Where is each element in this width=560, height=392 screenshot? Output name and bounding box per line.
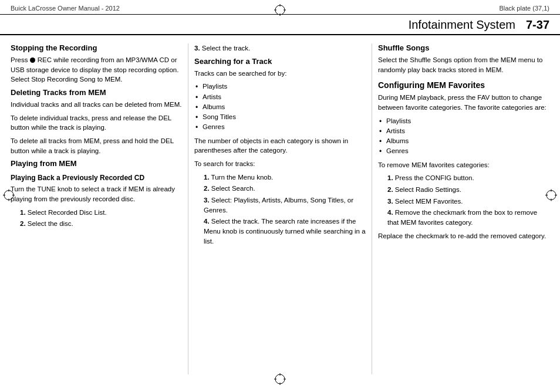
col3-bullet-playlists: Playlists (378, 116, 549, 126)
col2-steps: 1. Turn the Menu knob. 2. Select Search.… (194, 173, 366, 246)
page-number: 7-37 (526, 18, 549, 32)
col2-bullet-albums: Albums (194, 102, 366, 112)
col3-bullet-artists: Artists (378, 126, 549, 136)
col1-step1: 1. Select Recorded Disc List. (11, 208, 182, 218)
header-left: Buick LaCrosse Owner Manual - 2012 (11, 5, 120, 12)
bottom-crosshair (274, 373, 286, 387)
col2-bullet-list: Playlists Artists Albums Song Titles Gen… (194, 82, 366, 132)
col1-para3: To delete individual tracks, press and r… (11, 113, 182, 133)
col3-step2: 2. Select Radio Settings. (378, 185, 549, 195)
col3-heading2: Configuring MEM Favorites (378, 80, 549, 90)
col2-para2: The number of objects in each category i… (194, 136, 366, 156)
col2-bullet-songtitles: Song Titles (194, 112, 366, 122)
col2-step4: 4. Select the track. The search rate inc… (194, 217, 366, 246)
column-1: Stopping the Recording Press REC while r… (11, 43, 188, 374)
col2-bullet-artists: Artists (194, 92, 366, 102)
left-crosshair (2, 189, 15, 204)
page: Buick LaCrosse Owner Manual - 2012 Black… (0, 0, 560, 392)
col2-step3b: 3. Select: Playlists, Artists, Albums, S… (194, 195, 366, 215)
col1-heading3: Playing from MEM (11, 159, 182, 168)
col2-bullet-playlists: Playlists (194, 82, 366, 92)
col3-bullet-genres: Genres (378, 146, 549, 156)
section-title: Infotainment System (409, 18, 515, 32)
col3-para1: Select the Shuffle Songs option from the… (378, 55, 549, 75)
col3-para3: To remove MEM favorites categories: (378, 160, 549, 170)
col3-heading1: Shuffle Songs (378, 43, 549, 52)
col3-step4: 4. Remove the checkmark from the box to … (378, 208, 549, 227)
col1-step2: 2. Select the disc. (11, 219, 182, 229)
header-right: Black plate (37,1) (499, 5, 549, 12)
left-crosshair-icon (2, 189, 15, 202)
col1-heading4: Playing Back a Previously Recorded CD (11, 174, 182, 182)
col2-step2: 2. Select Search. (194, 184, 366, 194)
column-3: Shuffle Songs Select the Shuffle Songs o… (372, 43, 549, 374)
header-center (274, 4, 286, 16)
col1-para1: Press REC while recording from an MP3/WM… (11, 55, 182, 85)
col1-heading2: Deleting Tracks from MEM (11, 88, 182, 97)
bottom-crosshair-icon (274, 373, 286, 386)
top-crosshair-icon (274, 4, 286, 16)
col2-para1: Tracks can be searched for by: (194, 69, 366, 79)
col2-step3: 3. Select the track. (194, 43, 366, 53)
svg-point-0 (275, 5, 285, 15)
col2-bullet-genres: Genres (194, 122, 366, 132)
col3-steps: 1. Press the CONFIG button. 2. Select Ra… (378, 173, 549, 227)
col3-step1: 1. Press the CONFIG button. (378, 173, 549, 183)
col3-para2: During MEM playback, press the FAV butto… (378, 93, 549, 112)
col2-para3: To search for tracks: (194, 159, 366, 169)
rec-dot-icon (30, 58, 35, 63)
col1-heading1: Stopping the Recording (11, 43, 182, 52)
col2-step1: 1. Turn the Menu knob. (194, 173, 366, 183)
col1-steps: 1. Select Recorded Disc List. 2. Select … (11, 208, 182, 229)
svg-point-15 (275, 374, 285, 384)
column-2: 3. Select the track. Searching for a Tra… (188, 43, 372, 374)
svg-point-5 (4, 191, 14, 200)
section-header: Infotainment System 7-37 (0, 15, 560, 35)
col2-heading1: Searching for a Track (194, 57, 366, 66)
col3-para4: Replace the checkmark to re-add the remo… (378, 231, 549, 241)
col1-para5: Turn the TUNE knob to select a track if … (11, 184, 182, 204)
col3-bullet-albums: Albums (378, 136, 549, 146)
col1-para2: Individual tracks and all tracks can be … (11, 100, 182, 110)
col3-step3: 3. Select MEM Favorites. (378, 197, 549, 207)
top-bar: Buick LaCrosse Owner Manual - 2012 Black… (0, 0, 560, 15)
col1-para4: To delete all tracks from MEM, press and… (11, 136, 182, 156)
content-area: Stopping the Recording Press REC while r… (0, 35, 560, 380)
col3-bullet-list: Playlists Artists Albums Genres (378, 116, 549, 157)
